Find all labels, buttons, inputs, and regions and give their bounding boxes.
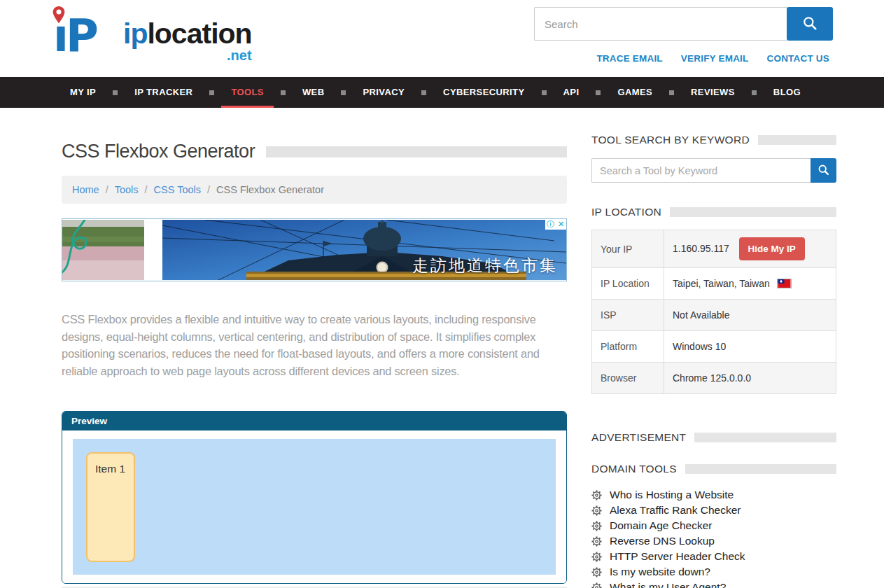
site-logo[interactable]: ıP iplocation .net xyxy=(53,6,252,63)
logo-word-tld: .net xyxy=(123,48,252,62)
advertisement-heading: ADVERTISEMENT xyxy=(591,431,686,444)
search-icon xyxy=(802,15,818,33)
header-links: TRACE EMAIL VERIFY EMAIL CONTACT US xyxy=(596,53,829,64)
domain-tool-label: Reverse DNS Lookup xyxy=(610,535,715,547)
domain-tool-item[interactable]: Is my website down? xyxy=(591,564,836,580)
gear-icon xyxy=(591,521,602,531)
ip-location-heading: IP LOCATION xyxy=(591,206,661,218)
domain-tool-item[interactable]: Alexa Traffic Rank Checker xyxy=(591,503,836,518)
tool-search-button[interactable] xyxy=(811,158,836,183)
ad-headline-text: 走訪地道特色市集 xyxy=(412,255,558,276)
verify-email-link[interactable]: VERIFY EMAIL xyxy=(681,53,749,64)
content-column: CSS Flexbox Generator Home / Tools / CSS… xyxy=(62,108,567,588)
nav-item-games[interactable]: GAMES xyxy=(608,77,662,108)
location-pin-icon xyxy=(52,6,66,27)
ad-main-image[interactable]: 走訪地道特色市集 xyxy=(162,220,566,280)
nav-separator xyxy=(341,90,346,95)
header-search-button[interactable] xyxy=(787,7,833,41)
row-label: Platform xyxy=(592,331,664,363)
ip-location-value: Taipei, Taiwan, Taiwan xyxy=(673,278,770,289)
row-label: Browser xyxy=(592,363,664,394)
breadcrumb-separator: / xyxy=(145,184,148,195)
table-row: IP Location Taipei, Taiwan, Taiwan xyxy=(592,268,836,300)
preview-card: Preview Item 1 xyxy=(62,411,567,584)
table-row: Platform Windows 10 xyxy=(592,331,836,363)
breadcrumb-separator: / xyxy=(207,184,210,195)
tool-search-heading-row: TOOL SEARCH BY KEYWORD xyxy=(591,134,836,146)
nav-item-tools[interactable]: TOOLS xyxy=(221,77,274,108)
tool-search-heading: TOOL SEARCH BY KEYWORD xyxy=(591,134,750,146)
table-row: Browser Chrome 125.0.0.0 xyxy=(592,363,836,394)
breadcrumb: Home / Tools / CSS Tools / CSS Flexbox G… xyxy=(62,176,567,204)
nav-separator xyxy=(209,90,214,95)
row-value-cell: 1.160.95.117 Hide My IP xyxy=(664,230,836,268)
ad-info-icon[interactable]: ⓘ xyxy=(545,219,556,230)
ad-close-icon[interactable]: ✕ xyxy=(556,219,566,230)
breadcrumb-css-tools[interactable]: CSS Tools xyxy=(154,184,201,195)
ad-banner[interactable]: 走訪地道特色市集 ⓘ ✕ xyxy=(62,218,567,281)
ad-thumbnail-image[interactable] xyxy=(62,220,144,280)
domain-tool-label: Domain Age Checker xyxy=(610,519,712,532)
gear-icon xyxy=(591,582,602,588)
main-area: CSS Flexbox Generator Home / Tools / CSS… xyxy=(0,108,884,588)
browser-value: Chrome 125.0.0.0 xyxy=(664,363,836,394)
domain-tools-heading: DOMAIN TOOLS xyxy=(591,463,677,475)
advertisement-heading-row: ADVERTISEMENT xyxy=(591,431,836,444)
trace-email-link[interactable]: TRACE EMAIL xyxy=(596,53,662,64)
taiwan-flag-icon xyxy=(777,279,792,288)
nav-item-reviews[interactable]: REVIEWS xyxy=(681,77,745,108)
domain-tool-item[interactable]: Domain Age Checker xyxy=(591,518,836,533)
page-title: CSS Flexbox Generator xyxy=(62,141,255,162)
domain-tool-item[interactable]: Reverse DNS Lookup xyxy=(591,533,836,549)
flex-preview-item: Item 1 xyxy=(86,452,135,562)
table-row: ISP Not Available xyxy=(592,300,836,331)
domain-tools-list: Who is Hosting a Website Alexa Traffic R… xyxy=(591,487,836,588)
nav-separator xyxy=(596,90,601,95)
gear-icon xyxy=(591,490,602,500)
nav-separator xyxy=(113,90,118,95)
row-label: IP Location xyxy=(592,268,664,300)
tool-search-input[interactable] xyxy=(591,158,811,183)
breadcrumb-tools[interactable]: Tools xyxy=(115,184,139,195)
nav-separator xyxy=(669,90,674,95)
domain-tool-item[interactable]: HTTP Server Header Check xyxy=(591,549,836,564)
nav-item-web[interactable]: WEB xyxy=(293,77,335,108)
logo-monogram: ıP xyxy=(53,6,120,63)
breadcrumb-home[interactable]: Home xyxy=(72,184,99,195)
logo-word-ip: ip xyxy=(123,18,147,50)
heading-decoration-bar xyxy=(670,207,836,217)
flex-preview-container: Item 1 xyxy=(73,439,556,575)
nav-item-privacy[interactable]: PRIVACY xyxy=(353,77,414,108)
heading-decoration-bar xyxy=(758,135,836,145)
contact-us-link[interactable]: CONTACT US xyxy=(767,53,830,64)
hide-my-ip-button[interactable]: Hide My IP xyxy=(739,237,805,260)
nav-item-cybersecurity[interactable]: CYBERSECURITY xyxy=(433,77,534,108)
isp-value: Not Available xyxy=(664,300,836,331)
domain-tool-label: Who is Hosting a Website xyxy=(610,489,734,501)
domain-tool-label: Is my website down? xyxy=(610,566,710,578)
site-header: ıP iplocation .net TRACE EMA xyxy=(0,0,884,77)
ip-location-table: Your IP 1.160.95.117 Hide My IP IP Locat… xyxy=(591,230,836,394)
heading-decoration-bar xyxy=(685,464,836,474)
domain-tool-item[interactable]: Who is Hosting a Website xyxy=(591,487,836,503)
search-icon xyxy=(818,164,829,178)
nav-item-ip-tracker[interactable]: IP TRACKER xyxy=(125,77,202,108)
header-search-input[interactable] xyxy=(534,7,787,41)
breadcrumb-current: CSS Flexbox Generator xyxy=(216,184,324,195)
nav-item-api[interactable]: API xyxy=(554,77,589,108)
your-ip-value: 1.160.95.117 xyxy=(673,243,729,254)
title-decoration-bar xyxy=(266,146,567,158)
gear-icon xyxy=(591,536,602,547)
nav-item-my-ip[interactable]: MY IP xyxy=(60,77,106,108)
logo-word-location: location xyxy=(147,18,251,50)
page: ıP iplocation .net TRACE EMA xyxy=(0,0,884,588)
tool-search xyxy=(591,158,836,183)
domain-tool-label: HTTP Server Header Check xyxy=(610,550,745,563)
nav-separator xyxy=(281,90,286,95)
domain-tool-item[interactable]: What is my User Agent? xyxy=(591,580,836,588)
main-nav: MY IP IP TRACKER TOOLS WEB PRIVACY CYBER… xyxy=(0,77,884,108)
ad-choice-icons: ⓘ ✕ xyxy=(545,219,566,230)
nav-separator xyxy=(421,90,426,95)
breadcrumb-separator: / xyxy=(106,184,108,195)
nav-item-blog[interactable]: BLOG xyxy=(764,77,811,108)
